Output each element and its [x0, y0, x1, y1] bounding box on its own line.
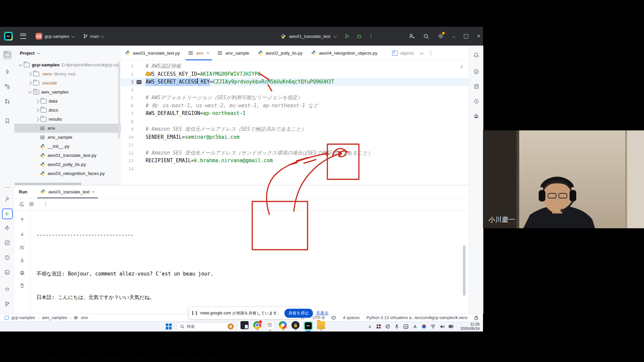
- run-options-kebab-icon[interactable]: ⋮: [43, 201, 48, 207]
- debug-button[interactable]: [357, 34, 362, 39]
- wifi-tray-icon[interactable]: [430, 324, 436, 328]
- taskbar-app-chrome[interactable]: [253, 321, 262, 330]
- security-sphere-tray-icon[interactable]: [421, 324, 427, 329]
- tab-aws01-translate-text[interactable]: aws01_translate_text.py: [121, 46, 184, 60]
- lock-icon[interactable]: [474, 315, 478, 320]
- console-scrollbar[interactable]: [463, 245, 466, 296]
- tab-objects[interactable]: objects: [388, 46, 418, 60]
- taskbar-app-password-lock[interactable]: 🔒: [291, 321, 300, 330]
- database-tool-icon[interactable]: [472, 82, 481, 91]
- tree-row-init-py[interactable]: __init__.py: [14, 142, 121, 151]
- ai-gutter-icon[interactable]: [137, 80, 142, 84]
- docker-tool-icon[interactable]: [472, 111, 481, 121]
- services-tool-icon[interactable]: [3, 238, 12, 247]
- tree-row-results[interactable]: results: [14, 115, 121, 124]
- problems-tool-icon[interactable]: [3, 253, 12, 262]
- scroll-to-end-icon[interactable]: [20, 258, 24, 262]
- tree-row-venv[interactable]: .venvlibrary root: [14, 69, 121, 78]
- tree-row-aws03[interactable]: aws03_rekognition_faces.py: [14, 169, 121, 178]
- console-output[interactable]: -------------------------------- 不明な言語: …: [37, 216, 243, 362]
- tree-row-docs[interactable]: docs: [14, 106, 121, 115]
- volume-tray-icon[interactable]: [439, 324, 445, 329]
- commit-tool-icon[interactable]: [3, 67, 12, 76]
- encoding-indicator[interactable]: UTF-8: [313, 315, 324, 320]
- screenshot-tray-icon[interactable]: [403, 324, 409, 329]
- main-menu-icon[interactable]: [20, 34, 26, 39]
- run-config-name[interactable]: aws01_translate_text: [289, 34, 330, 39]
- tree-row-env[interactable]: .env: [14, 124, 121, 133]
- close-button[interactable]: ×: [477, 33, 480, 40]
- battery-tray-icon[interactable]: [448, 325, 454, 328]
- tab-options-kebab-icon[interactable]: ⋮: [428, 50, 433, 56]
- scroll-down-icon[interactable]: [20, 232, 24, 236]
- python-packages-tool-icon[interactable]: [3, 223, 12, 233]
- tab-env-sample[interactable]: .env_sample: [213, 46, 254, 60]
- stop-sharing-button[interactable]: 共有を停止: [284, 309, 313, 318]
- copilot-icon[interactable]: [331, 315, 336, 320]
- close-tab-icon[interactable]: ×: [207, 51, 209, 56]
- pull-requests-tool-icon[interactable]: [3, 97, 12, 106]
- chevron-down-icon[interactable]: [333, 34, 337, 38]
- run-tool-icon[interactable]: [2, 208, 13, 219]
- project-tool-icon[interactable]: [3, 50, 12, 60]
- tab-list-chevron-icon[interactable]: [420, 51, 424, 54]
- search-icon[interactable]: [423, 34, 429, 39]
- bookmarks-tool-icon[interactable]: [3, 116, 12, 125]
- stop-button[interactable]: [30, 202, 34, 206]
- pause-sharing-icon[interactable]: [192, 311, 197, 315]
- start-button[interactable]: [166, 323, 172, 329]
- print-icon[interactable]: [20, 270, 24, 275]
- ai-assistant-tool-icon[interactable]: @: [472, 67, 481, 76]
- tab-aws04-rekognition-objects[interactable]: aws04_rekognition_objects.py: [307, 46, 382, 60]
- tree-row-data[interactable]: data: [14, 97, 121, 106]
- project-widget[interactable]: GS gcp-samples: [33, 32, 77, 41]
- notifications-bell-icon[interactable]: [472, 50, 481, 60]
- taskbar-search[interactable]: 検索: [176, 322, 236, 331]
- tree-horizontal-scrollbar[interactable]: [14, 183, 82, 185]
- app-grid-tray-icon[interactable]: [376, 324, 381, 329]
- scroll-up-icon[interactable]: [20, 218, 24, 222]
- hide-popup-link[interactable]: 非表示: [316, 310, 328, 316]
- more-tools-icon[interactable]: ⋯: [3, 182, 12, 192]
- code-editor[interactable]: ✓ 1# AWS認証情報 2AWS_ACCESS_KEY_ID=AKIAYMGO…: [121, 61, 469, 187]
- project-panel-header[interactable]: Project: [14, 46, 121, 60]
- debug-tool-icon[interactable]: [3, 284, 12, 294]
- settings-gear-icon[interactable]: [438, 33, 444, 39]
- tree-row-aws02[interactable]: aws02_polly_tts.py: [14, 160, 121, 169]
- ime-mode-indicator[interactable]: A: [412, 324, 418, 329]
- tree-row-vscode[interactable]: .vscode: [14, 78, 121, 87]
- tab-aws02-polly-tts[interactable]: aws02_polly_tts.py: [254, 46, 307, 60]
- run-button[interactable]: [344, 34, 350, 39]
- intention-bulb-icon[interactable]: [146, 72, 151, 76]
- pycharm-logo-icon[interactable]: PC: [4, 32, 13, 41]
- microphone-tray-icon[interactable]: [394, 324, 399, 329]
- tree-vertical-scrollbar[interactable]: [118, 62, 120, 139]
- clock[interactable]: 11:25 2025/05/24: [460, 322, 480, 331]
- tab-env[interactable]: .env×: [184, 46, 213, 60]
- hidden-icons-chevron[interactable]: ∧: [367, 324, 372, 329]
- close-run-tab-icon[interactable]: ×: [92, 189, 95, 194]
- taskbar-app-pycharm-active[interactable]: PC: [304, 321, 313, 332]
- gradle-tool-icon[interactable]: [472, 97, 481, 106]
- tree-row-aws-samples[interactable]: aws_samples: [14, 87, 121, 97]
- indent-indicator[interactable]: 4 spaces: [343, 315, 360, 320]
- build-tool-icon[interactable]: [3, 194, 12, 204]
- clear-trash-icon[interactable]: [20, 283, 24, 288]
- rerun-button[interactable]: [19, 201, 25, 207]
- minimize-button[interactable]: –: [452, 34, 455, 39]
- taskbar-app-notepad-dark[interactable]: [240, 321, 249, 329]
- restore-button[interactable]: [464, 34, 468, 39]
- interpreter-indicator[interactable]: Python 3.13 virtualenv a...lessons¥gcp-s…: [366, 315, 468, 320]
- terminal-tool-icon[interactable]: [3, 267, 12, 277]
- structure-tool-icon[interactable]: [3, 82, 12, 91]
- taskbar-app-google-sphere[interactable]: [278, 321, 287, 330]
- taskbar-app-file-explorer[interactable]: [317, 321, 325, 330]
- tree-row-aws01[interactable]: aws01_translate_text.py: [14, 151, 121, 160]
- soft-wrap-icon[interactable]: [20, 246, 25, 250]
- breadcrumb[interactable]: gcp-samples› aws_samples› .env: [5, 315, 88, 320]
- version-control-tool-icon[interactable]: [3, 299, 12, 308]
- do-not-disturb-tray-icon[interactable]: [385, 324, 390, 329]
- taskbar-app-notes[interactable]: [266, 321, 274, 331]
- run-tab[interactable]: aws01_translate_text ×: [37, 185, 98, 198]
- add-user-icon[interactable]: [409, 34, 415, 39]
